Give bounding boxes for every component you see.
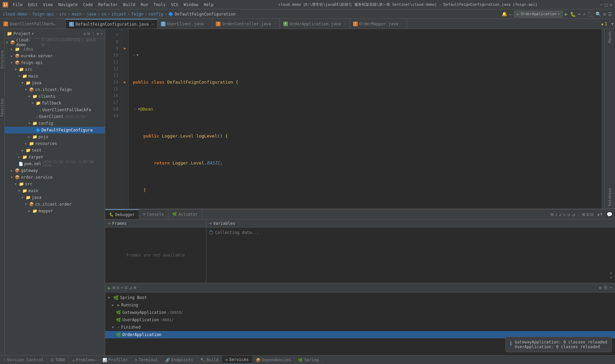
- sidebar-close-icon[interactable]: ✕: [100, 31, 103, 36]
- menu-run[interactable]: Run: [138, 2, 151, 8]
- sidebar-dropdown-icon[interactable]: ▼: [32, 32, 34, 35]
- debug-mute-icon[interactable]: ⊡: [586, 212, 589, 217]
- frames-plus-icon[interactable]: +: [108, 221, 111, 226]
- menu-help[interactable]: Help: [201, 2, 216, 8]
- editor-scrollbar[interactable]: [602, 29, 604, 209]
- notification-icon[interactable]: 🔔: [502, 11, 507, 17]
- tree-item-gateway[interactable]: ▶ 📦 gateway: [5, 167, 105, 174]
- sidebar-collapse-icon[interactable]: ⊟: [87, 31, 90, 36]
- tree-item-main[interactable]: ▼ 📁 main: [5, 73, 105, 80]
- menu-build[interactable]: Build: [120, 2, 138, 8]
- debug-tab-console[interactable]: ⊡ Console: [139, 209, 168, 219]
- stop-button[interactable]: ⬛: [588, 11, 593, 17]
- tree-item-order-main[interactable]: ▼ 📁 main: [5, 187, 105, 194]
- tab-ordercontroller[interactable]: J OrderController.java ✕: [212, 19, 280, 29]
- debug-tab-actuator[interactable]: 🌿 Actuator: [168, 209, 202, 219]
- tab-close-4[interactable]: ✕: [274, 22, 276, 26]
- debug-clear-icon[interactable]: ⊟: [590, 212, 593, 217]
- tree-item-eureka[interactable]: ▶ 📦 eureka-server: [5, 53, 105, 59]
- tree-item-fallback[interactable]: ▼ 📁 fallback: [5, 100, 105, 107]
- breadcrumb-config[interactable]: config: [149, 12, 163, 17]
- services-minimize-icon[interactable]: ─: [610, 285, 612, 290]
- bottom-tab-dependencies[interactable]: 📦 Dependencies: [253, 356, 295, 364]
- tree-item-java[interactable]: ▼ 📁 java: [5, 80, 105, 86]
- bottom-tab-profiler[interactable]: 📊 Profiler: [99, 356, 132, 364]
- profile-button[interactable]: ⚡: [583, 11, 585, 17]
- tree-item-cloud-demo[interactable]: ▼ 📦 cloud-demo D:\博学谷\javaEE\阶段七 服务框架...: [5, 39, 105, 46]
- tab-userclient[interactable]: I UserClient.java ✕: [157, 19, 212, 29]
- tab-orderapplication[interactable]: A OrderApplication.java ✕: [280, 19, 350, 29]
- menu-file[interactable]: File: [10, 2, 25, 8]
- var-scroll-down[interactable]: ▼: [610, 275, 612, 280]
- gateway-app-item[interactable]: 🌿 GatewayApplication :10010/: [105, 309, 615, 316]
- tree-item-target[interactable]: ▶ 📁 target: [5, 154, 105, 160]
- breadcrumb-itcast[interactable]: itcast: [112, 12, 126, 17]
- services-plus2-icon[interactable]: ⊕: [134, 285, 137, 290]
- debug-scroll-up-icon[interactable]: ▲: [597, 212, 600, 216]
- breadcrumb-main[interactable]: main: [72, 12, 82, 17]
- tree-item-userclientfallbackfactory[interactable]: ☕ UserClientFallbackFa: [5, 107, 105, 113]
- debug-stepout-icon[interactable]: ↖: [563, 212, 566, 217]
- tree-item-clients[interactable]: ▼ 📁 clients: [5, 93, 105, 100]
- maven-label[interactable]: Maven: [607, 30, 613, 44]
- debug-stop-icon[interactable]: ⊠: [582, 212, 585, 217]
- menu-code[interactable]: Code: [81, 2, 96, 8]
- breadcrumb-class[interactable]: DefaultFeignConfiguration: [175, 12, 236, 17]
- sidebar-settings-icon[interactable]: ⚙: [97, 31, 99, 36]
- services-pin-icon[interactable]: ⊿: [129, 285, 133, 290]
- breadcrumb-cn[interactable]: cn: [101, 12, 106, 17]
- bottom-tab-problems[interactable]: ⚠ Problems: [69, 356, 99, 364]
- tab-close-1[interactable]: ✕: [60, 22, 62, 26]
- services-filter-icon[interactable]: ⊡: [125, 285, 127, 290]
- tree-item-test[interactable]: ▶ 📁 test: [5, 147, 105, 154]
- bottom-tab-versioncontrol[interactable]: ⑂ Version Control: [0, 356, 47, 364]
- services-tree-icon[interactable]: ⊞: [113, 285, 115, 290]
- menu-view[interactable]: View: [40, 2, 56, 8]
- running-group-item[interactable]: ▶ ▶ Running: [105, 301, 615, 309]
- sidebar-locate-icon[interactable]: ◎: [84, 31, 86, 36]
- tree-item-order-java[interactable]: ▼ 📁 java: [5, 194, 105, 201]
- run-button[interactable]: ▶: [565, 11, 568, 17]
- tab-ordermapper[interactable]: I OrderMapper.java ✕: [350, 19, 407, 29]
- services-group-icon[interactable]: ⊟: [117, 285, 119, 290]
- bottom-tab-services[interactable]: ⊞ Services: [222, 356, 252, 364]
- settings-button[interactable]: ⚙: [603, 11, 606, 17]
- menu-window[interactable]: Window: [181, 2, 201, 8]
- tab-close-3[interactable]: ✕: [207, 22, 209, 26]
- finished-group-item[interactable]: ▼ ✓ Finished: [105, 324, 615, 331]
- var-scroll-up[interactable]: ▲: [610, 270, 612, 275]
- minimize-button[interactable]: ─: [600, 2, 603, 7]
- tree-item-order-src[interactable]: ▼ 📁 src: [5, 181, 105, 187]
- services-gear-icon[interactable]: ☰: [604, 285, 608, 290]
- tree-item-pomxml[interactable]: 📄 pom.xml 2024/11/16 17:53, 1.05 kB 2024…: [5, 160, 105, 167]
- tree-item-feign-api[interactable]: ▼ 📦 feign-api: [5, 59, 105, 66]
- breadcrumb-project[interactable]: cloud-demo: [3, 12, 27, 17]
- debug-button[interactable]: 🐛: [570, 11, 576, 17]
- tab-close-6[interactable]: ✕: [401, 22, 403, 26]
- tabs-scroll-right[interactable]: ▼: [610, 19, 615, 29]
- debug-stepover-icon[interactable]: ↓: [555, 212, 557, 217]
- tree-item-config[interactable]: ▼ 📁 config: [5, 120, 105, 127]
- springboot-group-item[interactable]: ▼ 🌿 Spring Boot: [105, 294, 615, 301]
- bottom-tab-terminal[interactable]: ⊡ Terminal: [132, 356, 162, 364]
- tree-item-resources[interactable]: ▶ 📁 resources: [5, 140, 105, 147]
- services-add-icon[interactable]: +: [121, 285, 123, 290]
- debug-tab-debugger[interactable]: 🐛 Debugger: [105, 209, 139, 219]
- menu-vcs[interactable]: VCS: [168, 2, 181, 8]
- tree-item-order-service[interactable]: ▼ 📦 order-service: [5, 174, 105, 181]
- user-app-item[interactable]: 🌿 UserApplication :8081/: [105, 316, 615, 324]
- breadcrumb-src[interactable]: src: [59, 12, 67, 17]
- menu-navigate[interactable]: Navigate: [56, 2, 81, 8]
- maximize-button[interactable]: □: [605, 2, 607, 7]
- debug-stepinto-icon[interactable]: ↙: [559, 212, 562, 217]
- bottom-tab-endpoints[interactable]: 🔗 Endpoints: [162, 356, 197, 364]
- debug-resume-icon[interactable]: ⊞: [551, 212, 553, 217]
- tree-item-defaultfeignconfig[interactable]: 🔷 DefaultFeignConfigura: [5, 127, 105, 133]
- tree-item-src[interactable]: ▼ 📁 src: [5, 66, 105, 73]
- tree-item-userclient[interactable]: ☕ UserClient 2024/11/18: [5, 113, 105, 120]
- debug-restart-icon[interactable]: ↺: [567, 212, 570, 217]
- sidebar-dots-icon[interactable]: ⋮: [91, 31, 95, 36]
- editor-content[interactable]: ☆▼ public class DefaultFeignConfiguratio…: [129, 29, 602, 209]
- tree-item-pojo[interactable]: ▶ 📁 pojo: [5, 133, 105, 140]
- favorites-tab-label[interactable]: Favorites: [0, 97, 4, 118]
